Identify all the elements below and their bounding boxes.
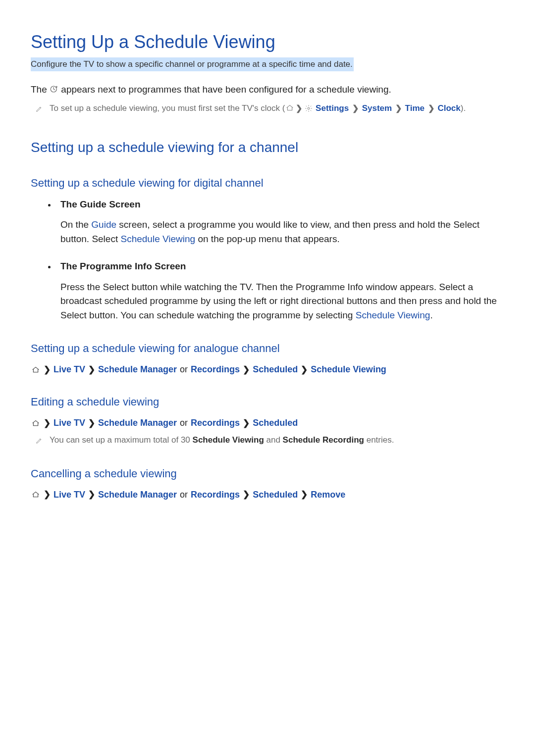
schedule-recording-emph: Schedule Recording <box>283 435 364 445</box>
time-link[interactable]: Time <box>405 103 425 113</box>
guide-screen-title: The Guide Screen <box>60 198 505 211</box>
chevron-right-icon: ❯ <box>395 102 402 114</box>
analogue-breadcrumb: ❯ Live TV ❯ Schedule Manager or Recordin… <box>31 363 505 376</box>
text-fragment: You can set up a maximum total of 30 <box>50 435 193 445</box>
chevron-right-icon: ❯ <box>44 417 51 429</box>
chevron-right-icon: ❯ <box>243 364 250 376</box>
schedule-manager-link[interactable]: Schedule Manager <box>98 417 177 429</box>
chevron-right-icon: ❯ <box>88 417 95 429</box>
digital-list: The Guide Screen On the Guide screen, se… <box>31 198 505 323</box>
home-icon <box>286 104 294 112</box>
chevron-right-icon: ❯ <box>428 102 434 114</box>
clock-setup-note: To set up a schedule viewing, you must f… <box>36 102 505 116</box>
chevron-right-icon: ❯ <box>88 364 95 376</box>
chevron-right-icon: ❯ <box>301 364 308 376</box>
page-subtitle: Configure the TV to show a specific chan… <box>31 57 354 71</box>
home-icon <box>32 419 40 427</box>
or-text: or <box>180 489 188 501</box>
cancelling-breadcrumb: ❯ Live TV ❯ Schedule Manager or Recordin… <box>31 489 505 501</box>
chevron-right-icon: ❯ <box>88 489 95 501</box>
list-item: The Programme Info Screen Press the Sele… <box>56 260 505 322</box>
pencil-icon <box>36 436 43 448</box>
home-icon <box>32 366 40 374</box>
schedule-manager-link[interactable]: Schedule Manager <box>98 363 177 376</box>
text-fragment: on the pop-up menu that appears. <box>195 234 340 244</box>
schedule-viewing-link[interactable]: Schedule Viewing <box>120 234 195 244</box>
intro-text: The appears next to programmes that have… <box>31 83 505 98</box>
svg-point-1 <box>308 107 310 109</box>
schedule-viewing-link[interactable]: Schedule Viewing <box>311 363 386 376</box>
chevron-right-icon: ❯ <box>301 489 308 501</box>
schedule-manager-link[interactable]: Schedule Manager <box>98 489 177 501</box>
subheading-editing: Editing a schedule viewing <box>31 395 505 410</box>
subheading-cancelling: Cancelling a schedule viewing <box>31 466 505 482</box>
schedule-viewing-link[interactable]: Schedule Viewing <box>356 310 430 320</box>
or-text: or <box>180 363 188 376</box>
live-tv-link[interactable]: Live TV <box>54 489 85 501</box>
chevron-right-icon: ❯ <box>44 364 51 376</box>
live-tv-link[interactable]: Live TV <box>54 363 85 376</box>
list-item: The Guide Screen On the Guide screen, se… <box>56 198 505 247</box>
section-heading-channel: Setting up a schedule viewing for a chan… <box>31 138 505 157</box>
scheduled-link[interactable]: Scheduled <box>253 489 298 501</box>
clock-link[interactable]: Clock <box>437 103 460 113</box>
chevron-right-icon: ❯ <box>352 102 359 114</box>
guide-link[interactable]: Guide <box>91 219 116 230</box>
programme-info-body: Press the Select button while watching t… <box>60 280 505 323</box>
intro-suffix: appears next to programmes that have bee… <box>61 84 391 95</box>
system-link[interactable]: System <box>362 103 392 113</box>
max-entries-note: You can set up a maximum total of 30 Sch… <box>36 434 505 448</box>
or-text: or <box>180 417 188 429</box>
home-icon <box>32 491 40 499</box>
intro-prefix: The <box>31 84 50 95</box>
text-fragment: . <box>430 310 432 320</box>
clock-note-close: ). <box>461 103 466 113</box>
chevron-right-icon: ❯ <box>44 489 51 501</box>
guide-screen-body: On the Guide screen, select a programme … <box>60 218 505 246</box>
remove-link[interactable]: Remove <box>311 489 345 501</box>
text-fragment: and <box>264 435 283 445</box>
gear-icon <box>305 104 313 112</box>
recordings-link[interactable]: Recordings <box>191 417 240 429</box>
chevron-right-icon: ❯ <box>243 417 250 429</box>
page-title: Setting Up a Schedule Viewing <box>31 30 505 54</box>
text-fragment: entries. <box>364 435 394 445</box>
scheduled-link[interactable]: Scheduled <box>253 363 298 376</box>
recordings-link[interactable]: Recordings <box>191 489 240 501</box>
programme-info-title: The Programme Info Screen <box>60 260 505 273</box>
subheading-analogue: Setting up a schedule viewing for analog… <box>31 341 505 356</box>
recordings-link[interactable]: Recordings <box>191 363 240 376</box>
subheading-digital: Setting up a schedule viewing for digita… <box>31 176 505 191</box>
chevron-right-icon: ❯ <box>296 102 302 114</box>
schedule-clock-icon <box>50 84 58 98</box>
text-fragment: On the <box>60 219 91 230</box>
settings-link[interactable]: Settings <box>316 103 349 113</box>
live-tv-link[interactable]: Live TV <box>54 417 85 429</box>
clock-note-lead: To set up a schedule viewing, you must f… <box>50 103 285 113</box>
chevron-right-icon: ❯ <box>243 489 250 501</box>
pencil-icon <box>36 104 43 116</box>
scheduled-link[interactable]: Scheduled <box>253 417 298 429</box>
schedule-viewing-emph: Schedule Viewing <box>193 435 264 445</box>
editing-breadcrumb: ❯ Live TV ❯ Schedule Manager or Recordin… <box>31 417 505 429</box>
